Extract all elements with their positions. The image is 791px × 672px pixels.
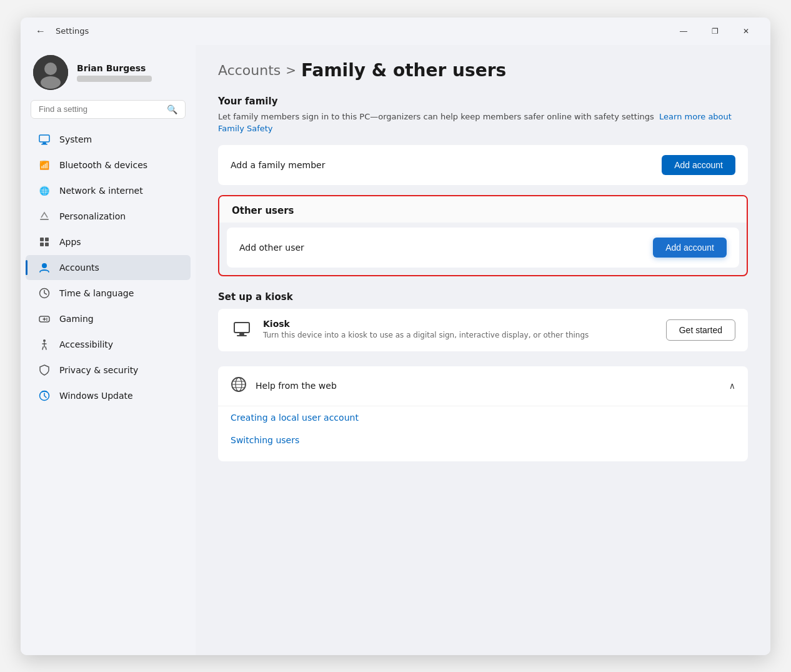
kiosk-card: Kiosk Turn this device into a kiosk to u… [218,309,748,351]
svg-rect-11 [40,238,44,241]
content-area: Brian Burgess 🔍 System [21,45,770,655]
svg-point-1 [44,63,57,75]
svg-point-23 [46,319,47,321]
breadcrumb: Accounts > Family & other users [218,60,748,81]
sidebar-item-network[interactable]: 🌐 Network & internet [26,178,191,203]
system-icon [38,133,51,146]
user-info: Brian Burgess [77,63,152,82]
sidebar-item-label-system: System [59,134,92,144]
time-language-icon [38,287,51,299]
svg-rect-5 [41,144,47,145]
sidebar-item-gaming[interactable]: Gaming [26,306,191,331]
privacy-security-icon [38,364,51,376]
sidebar-item-label-accessibility: Accessibility [59,339,113,349]
main-content: Accounts > Family & other users Your fam… [196,45,770,655]
search-box[interactable]: 🔍 [31,100,186,119]
settings-window: ← Settings — ❐ ✕ [21,18,770,655]
windows-update-icon [38,389,51,402]
title-bar: ← Settings — ❐ ✕ [21,18,770,45]
svg-rect-27 [239,333,244,335]
svg-point-2 [41,76,61,89]
sidebar-item-label-apps: Apps [59,237,81,247]
help-link-creating-local[interactable]: Creating a local user account [231,406,735,429]
your-family-title: Your family [218,96,748,107]
kiosk-section-title: Set up a kiosk [218,291,748,303]
sidebar-item-accounts[interactable]: Accounts [26,255,191,280]
back-button[interactable]: ← [31,21,51,41]
svg-rect-26 [234,323,249,333]
svg-rect-12 [45,238,49,241]
help-header[interactable]: Help from the web ∧ [218,366,748,406]
svg-rect-28 [237,335,247,336]
kiosk-get-started-button[interactable]: Get started [666,319,735,341]
kiosk-info: Kiosk Turn this device into a kiosk to u… [263,319,656,341]
svg-rect-3 [39,135,49,142]
kiosk-section: Set up a kiosk Kiosk Turn this device in… [218,291,748,351]
sidebar-item-time-language[interactable]: Time & language [26,281,191,306]
user-profile: Brian Burgess [21,45,196,98]
svg-point-22 [46,318,47,319]
bluetooth-icon: 📶 [38,159,51,171]
svg-point-24 [43,339,46,342]
kiosk-icon [231,319,253,341]
add-other-user-button[interactable]: Add account [653,238,727,258]
sidebar-item-label-time-language: Time & language [59,288,134,298]
close-button[interactable]: ✕ [732,21,760,41]
sidebar-item-privacy-security[interactable]: Privacy & security [26,358,191,383]
other-users-title: Other users [232,205,294,216]
sidebar-item-accessibility[interactable]: Accessibility [26,332,191,357]
add-other-user-card: Add other user Add account [227,228,739,268]
avatar [33,55,68,90]
add-other-user-label: Add other user [239,243,304,253]
sidebar-item-label-accounts: Accounts [59,263,99,273]
help-web-icon [231,376,247,396]
user-email-blurred [77,76,152,82]
svg-rect-14 [45,243,49,246]
search-icon: 🔍 [167,104,177,114]
add-family-member-label: Add a family member [231,160,325,170]
help-links: Creating a local user account Switching … [218,406,748,461]
help-header-content: Help from the web [231,376,337,396]
breadcrumb-separator: > [286,63,296,78]
sidebar-nav: System 📶 Bluetooth & devices 🌐 Network &… [21,126,196,409]
sidebar-item-apps[interactable]: Apps [26,229,191,254]
window-title: Settings [56,26,89,36]
chevron-up-icon: ∧ [729,381,735,391]
add-family-account-button[interactable]: Add account [662,155,735,175]
svg-text:📶: 📶 [39,160,50,171]
sidebar-item-label-windows-update: Windows Update [59,391,133,401]
sidebar-item-label-gaming: Gaming [59,314,94,324]
sidebar: Brian Burgess 🔍 System [21,45,196,655]
sidebar-item-personalization[interactable]: Personalization [26,204,191,229]
help-section: Help from the web ∧ Creating a local use… [218,366,748,461]
help-title: Help from the web [256,381,337,391]
kiosk-title: Kiosk [263,319,656,329]
sidebar-item-bluetooth[interactable]: 📶 Bluetooth & devices [26,153,191,178]
personalization-icon [38,210,51,223]
window-controls: — ❐ ✕ [669,21,760,41]
search-input[interactable] [39,104,162,114]
user-name: Brian Burgess [77,63,152,73]
sidebar-item-system[interactable]: System [26,127,191,152]
svg-point-15 [42,263,47,268]
svg-text:🌐: 🌐 [39,186,50,196]
avatar-image [33,55,68,90]
accounts-icon [38,261,51,274]
breadcrumb-parent: Accounts [218,63,281,78]
other-users-header: Other users [219,196,747,223]
sidebar-item-label-privacy-security: Privacy & security [59,365,138,375]
kiosk-description: Turn this device into a kiosk to use as … [263,330,656,341]
sidebar-item-label-bluetooth: Bluetooth & devices [59,160,147,170]
svg-rect-10 [40,219,49,220]
your-family-description: Let family members sign in to this PC—or… [218,111,748,135]
sidebar-item-label-personalization: Personalization [59,211,126,221]
svg-line-18 [44,293,47,294]
maximize-button[interactable]: ❐ [700,21,729,41]
minimize-button[interactable]: — [669,21,698,41]
help-link-switching-users[interactable]: Switching users [231,429,735,451]
svg-rect-13 [40,243,44,246]
other-users-section: Other users Add other user Add account [218,195,748,276]
accessibility-icon [38,338,51,351]
sidebar-item-windows-update[interactable]: Windows Update [26,383,191,408]
network-icon: 🌐 [38,184,51,197]
